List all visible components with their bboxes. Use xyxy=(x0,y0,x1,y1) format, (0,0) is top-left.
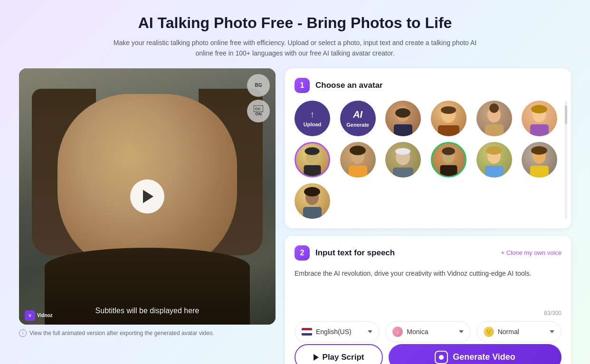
cc-button[interactable]: CC ON xyxy=(247,100,270,122)
mood-emoji-icon: 🙂 xyxy=(484,327,494,337)
speech-text-input[interactable] xyxy=(295,268,561,306)
play-script-label: Play Script xyxy=(323,353,364,362)
avatar-section: 1 Choose an avatar ↑ Upload AI Generate xyxy=(285,68,571,228)
page-subtitle: Make your realistic talking photo online… xyxy=(105,37,485,59)
generate-video-icon xyxy=(435,351,448,364)
vidnoz-logo: V Vidnoz xyxy=(25,310,53,321)
svg-rect-27 xyxy=(485,166,504,177)
svg-rect-21 xyxy=(393,168,413,177)
svg-point-34 xyxy=(304,187,320,196)
generate-label: Generate xyxy=(346,122,369,128)
subtitle-bar: Subtitles will be displayed here xyxy=(19,307,276,315)
language-label: English(US) xyxy=(316,328,352,336)
vidnoz-logo-text: Vidnoz xyxy=(37,313,53,318)
vidnoz-logo-icon: V xyxy=(25,310,35,321)
svg-rect-9 xyxy=(485,124,504,136)
text-section: 2 Input text for speech + Clone my own v… xyxy=(285,236,571,364)
avatar-generate-button[interactable]: AI Generate xyxy=(340,101,376,136)
svg-point-22 xyxy=(395,148,410,155)
language-dropdown[interactable]: English(US) xyxy=(295,321,380,342)
upload-label: Upload xyxy=(304,121,321,127)
step2-title: Input text for speech xyxy=(315,248,395,258)
svg-rect-18 xyxy=(349,166,367,177)
avatar-item-6[interactable] xyxy=(340,142,376,177)
avatar-upload-button[interactable]: ↑ Upload xyxy=(295,101,330,136)
svg-point-7 xyxy=(441,106,456,114)
avatars-grid: ↑ Upload AI Generate xyxy=(295,101,561,219)
main-content: BG CC ON Subtitles will be displayed her… xyxy=(0,68,590,364)
scroll-thumb xyxy=(565,105,567,124)
voice-dropdown[interactable]: ♪ Monica xyxy=(385,321,470,342)
page-title: AI Talking Photo Free - Bring Photos to … xyxy=(19,14,571,32)
svg-rect-33 xyxy=(303,207,322,219)
svg-rect-24 xyxy=(440,165,457,177)
avatar-item-7[interactable] xyxy=(385,142,421,177)
dropdowns-row: English(US) ♪ Monica 🙂 Normal xyxy=(295,321,561,342)
avatar-item-5-selected[interactable] xyxy=(295,142,330,177)
ai-label: AI xyxy=(353,109,362,120)
action-buttons-row: Play Script Generate Video xyxy=(295,344,561,364)
svg-point-25 xyxy=(442,147,455,155)
svg-point-19 xyxy=(350,146,366,155)
voice-label: Monica xyxy=(407,328,428,336)
scroll-track xyxy=(565,101,567,219)
avatar-item-10[interactable] xyxy=(522,142,557,177)
language-chevron-icon xyxy=(368,330,372,333)
video-controls: BG CC ON xyxy=(247,74,270,122)
char-count: 83/300 xyxy=(295,310,561,317)
info-icon: i xyxy=(19,329,27,337)
svg-rect-12 xyxy=(530,124,549,136)
avatar-item-3[interactable] xyxy=(476,101,512,136)
right-panel: 1 Choose an avatar ↑ Upload AI Generate xyxy=(285,68,571,364)
us-flag-icon xyxy=(302,328,312,336)
svg-point-16 xyxy=(305,147,319,155)
generate-video-button[interactable]: Generate Video xyxy=(389,344,561,364)
play-script-icon xyxy=(314,354,319,361)
svg-point-28 xyxy=(486,146,502,155)
avatar-item-9[interactable] xyxy=(476,142,512,177)
avatar-item-8-selected[interactable] xyxy=(431,142,466,177)
mood-chevron-icon xyxy=(550,330,554,333)
avatar-item-11[interactable] xyxy=(295,183,330,219)
bg-button[interactable]: BG xyxy=(247,74,270,97)
svg-text:CC: CC xyxy=(255,107,261,111)
step1-badge: 1 xyxy=(295,78,310,93)
svg-rect-15 xyxy=(304,165,321,177)
svg-rect-6 xyxy=(438,125,459,136)
avatar-item-4[interactable] xyxy=(522,101,557,136)
upload-icon: ↑ xyxy=(310,110,314,120)
video-panel: BG CC ON Subtitles will be displayed her… xyxy=(19,68,276,337)
mood-dropdown[interactable]: 🙂 Normal xyxy=(476,321,561,342)
svg-point-4 xyxy=(395,108,410,118)
text-section-header: 2 Input text for speech + Clone my own v… xyxy=(295,245,561,261)
step1-title: Choose an avatar xyxy=(315,81,383,90)
svg-rect-3 xyxy=(394,124,412,136)
step2-badge: 2 xyxy=(295,245,310,261)
video-container: BG CC ON Subtitles will be displayed her… xyxy=(19,68,276,325)
subtitle-text: Subtitles will be displayed here xyxy=(95,307,200,315)
svg-point-13 xyxy=(531,105,547,113)
avatar-section-header: 1 Choose an avatar xyxy=(295,78,561,93)
generate-video-label: Generate Video xyxy=(453,352,515,362)
clone-voice-link[interactable]: + Clone my own voice xyxy=(501,249,561,256)
info-text: View the full animated version after exp… xyxy=(29,330,214,336)
video-play-button[interactable] xyxy=(130,179,164,214)
voice-person-icon: ♪ xyxy=(392,327,403,337)
page-header: AI Talking Photo Free - Bring Photos to … xyxy=(0,0,590,68)
avatar-item-2[interactable] xyxy=(431,101,466,136)
voice-chevron-icon xyxy=(459,330,464,333)
svg-point-10 xyxy=(489,103,499,113)
svg-point-31 xyxy=(531,146,547,155)
mood-label: Normal xyxy=(498,328,519,336)
play-triangle-icon xyxy=(143,190,153,203)
avatar-item-1[interactable] xyxy=(385,101,421,136)
avatar-grid-wrapper: ↑ Upload AI Generate xyxy=(295,101,561,219)
video-info: i View the full animated version after e… xyxy=(19,329,276,337)
play-script-button[interactable]: Play Script xyxy=(295,344,383,364)
svg-rect-30 xyxy=(530,166,549,177)
